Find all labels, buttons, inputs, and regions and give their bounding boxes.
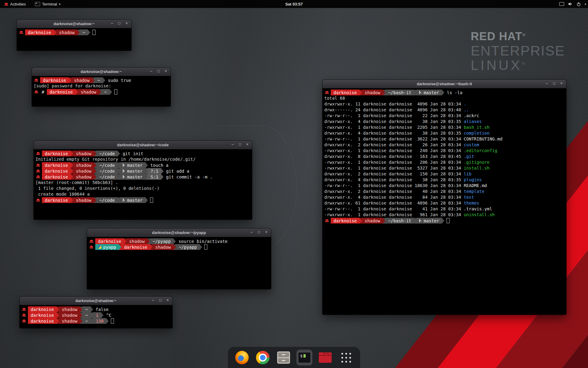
titlebar[interactable]: darknoise@shadow:~/pyapp – □ × xyxy=(87,228,271,237)
minimize-button[interactable]: – xyxy=(248,230,255,235)
terminal-line: drwxrwxr-x. 2 darknoise darknoise 26 Jan… xyxy=(324,142,564,148)
terminal-content[interactable]: darknoiseshadow~ falsedarknoiseshadow~1 … xyxy=(20,305,172,328)
minimize-button[interactable]: – xyxy=(229,142,236,148)
dock-item-terminal[interactable]: $ xyxy=(296,350,312,366)
minimize-button[interactable]: – xyxy=(150,298,156,303)
system-status-area[interactable]: ▾ xyxy=(559,0,586,8)
prompt-segment-venv: pyapp xyxy=(95,244,119,250)
titlebar[interactable]: darknoise@shadow:~/code – □ × xyxy=(34,141,252,149)
titlebar[interactable]: darknoise@shadow:~ – □ × xyxy=(20,297,172,305)
close-button[interactable]: × xyxy=(244,142,251,148)
volume-icon xyxy=(568,2,573,6)
command-text: git commit -a -m . xyxy=(164,174,213,179)
close-button[interactable]: × xyxy=(164,298,171,303)
powerline-separator xyxy=(124,239,126,244)
powerline-separator xyxy=(118,151,120,156)
prompt-segment-path: ~/code xyxy=(96,197,118,203)
prompt-segment-user: darknoise xyxy=(42,168,71,174)
terminal-line: -rwxrwxr-x. 1 darknoise darknoise 2205 J… xyxy=(324,125,564,130)
file-name: lib xyxy=(464,171,471,176)
prompt-segment-host: shadow xyxy=(56,29,77,35)
terminal-line: darknoiseshadow~/bash-itmaster ls -la xyxy=(324,90,564,95)
redhat-prompt-icon xyxy=(22,308,26,311)
powerline-separator xyxy=(71,168,73,174)
chevron-down-icon: ▾ xyxy=(59,2,60,6)
app-menu-label: Terminal xyxy=(42,2,57,6)
prompt-segment-git: master xyxy=(417,218,442,224)
powerline-separator xyxy=(174,244,176,250)
prompt-segment-user: darknoise xyxy=(47,89,76,95)
redhat-prompt-icon xyxy=(34,79,38,82)
dock-item-files[interactable] xyxy=(276,350,292,366)
redhat-prompt-icon xyxy=(22,320,26,322)
prompt-segment-host: shadow xyxy=(153,244,174,250)
powerline-separator xyxy=(383,90,385,95)
terminal-icon xyxy=(35,2,40,6)
maximize-button[interactable]: □ xyxy=(157,298,164,303)
prompt-segment-git: master xyxy=(120,168,145,174)
clock[interactable]: Sat 03:57 xyxy=(0,2,588,6)
prompt-segment-user: darknoise xyxy=(95,238,124,244)
terminal-line: -rw-rw-r--. 1 darknoise darknoise 18630 … xyxy=(324,183,564,189)
maximize-button[interactable]: □ xyxy=(256,230,262,235)
prompt-segment-host: shadow xyxy=(126,238,148,244)
maximize-button[interactable]: □ xyxy=(116,21,123,26)
command-text: sudo true xyxy=(105,78,131,83)
dock-item-chrome[interactable] xyxy=(255,350,271,366)
maximize-button[interactable]: □ xyxy=(155,69,162,74)
prompt-segment-host: shadow xyxy=(59,312,80,318)
maximize-button[interactable]: □ xyxy=(551,81,557,86)
activities-label: Activities xyxy=(10,2,26,6)
close-button[interactable]: × xyxy=(558,81,565,86)
titlebar[interactable]: darknoise@shadow:~/bash-it – □ × xyxy=(322,80,566,88)
terminal-content[interactable]: darknoiseshadow~/pyapp source bin/activa… xyxy=(87,237,271,289)
powerline-separator xyxy=(88,30,90,35)
prompt-segment-path: ~ xyxy=(82,318,90,324)
top-bar: Activities Terminal ▾ Sat 03:57 ▾ xyxy=(0,0,588,8)
terminal-line: [sudo] password for darknoise: xyxy=(34,83,169,89)
activities-button[interactable]: Activities xyxy=(2,0,28,8)
powerline-separator xyxy=(383,218,385,224)
close-button[interactable]: × xyxy=(163,69,169,74)
powerline-separator xyxy=(161,174,164,180)
minimize-button[interactable]: – xyxy=(109,21,115,26)
git-branch-icon xyxy=(419,219,422,222)
powerline-separator xyxy=(99,89,101,95)
titlebar[interactable]: darknoise@shadow:~ – □ × xyxy=(17,20,131,28)
titlebar[interactable]: darknoise@shadow:~ – □ × xyxy=(32,67,171,76)
file-name: README.md xyxy=(464,183,487,188)
close-button[interactable]: × xyxy=(123,21,130,26)
powerline-separator xyxy=(94,151,96,156)
maximize-button[interactable]: □ xyxy=(237,142,243,148)
terminal-line: total 68 xyxy=(324,95,564,101)
minimize-button[interactable]: – xyxy=(544,81,550,86)
powerline-separator xyxy=(80,307,82,312)
prompt-segment-user: darknoise xyxy=(28,318,57,324)
powerline-separator xyxy=(118,197,120,203)
dock-item-firefox[interactable] xyxy=(234,350,250,366)
redhat-prompt-icon xyxy=(36,170,40,172)
file-name: CONTRIBUTING.md xyxy=(464,136,502,141)
powerline-separator xyxy=(145,163,148,168)
app-menu-terminal[interactable]: Terminal ▾ xyxy=(33,0,62,8)
terminal-content[interactable]: darknoiseshadow~/code git initInitialize… xyxy=(34,149,252,220)
terminal-content[interactable]: darknoiseshadow~ sudo true[sudo] passwor… xyxy=(32,76,171,106)
command-text: ls -la xyxy=(444,90,462,95)
chevron-down-icon: ▾ xyxy=(585,2,586,6)
terminal-content[interactable]: darknoiseshadow~/bash-itmaster ls -latot… xyxy=(322,88,566,315)
terminal-cursor xyxy=(447,218,450,223)
powerline-separator xyxy=(57,307,59,312)
dock-item-toolbox[interactable] xyxy=(317,350,333,366)
terminal-line: drwxrwxr-x. 4 darknoise darknoise 84 Jan… xyxy=(324,194,564,200)
terminal-content[interactable]: darknoiseshadow~ xyxy=(17,28,131,51)
minimize-button[interactable]: – xyxy=(148,69,154,74)
terminal-line: [master (root-commit) 50bcb63] . xyxy=(36,180,250,186)
prompt-segment-exit: 130 xyxy=(93,318,106,324)
file-name: .. xyxy=(464,107,469,112)
dock-item-app-grid[interactable] xyxy=(338,350,354,366)
files-icon xyxy=(277,351,290,364)
terminal-line: darknoiseshadow~ xyxy=(19,29,130,35)
terminal-line: darknoiseshadow~/pyapp source bin/activa… xyxy=(89,238,269,244)
command-text: touch a xyxy=(148,163,168,168)
close-button[interactable]: × xyxy=(263,230,270,235)
